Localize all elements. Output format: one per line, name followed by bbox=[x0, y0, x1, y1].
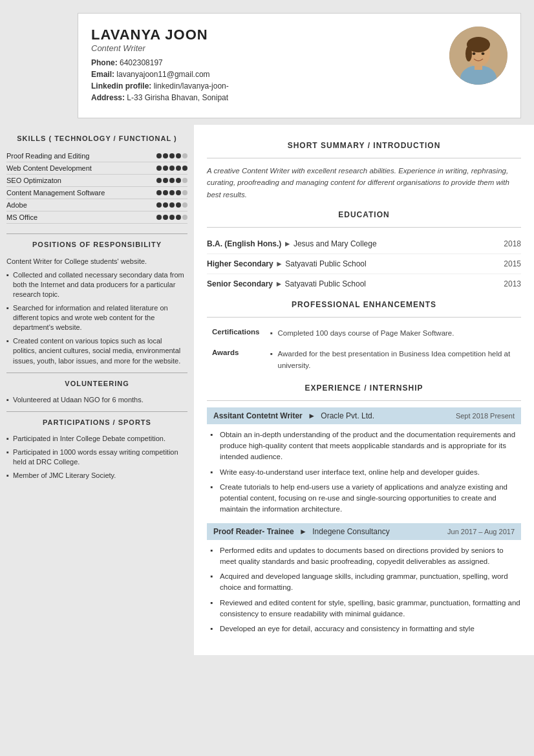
participations-bullets: Participated in Inter College Debate com… bbox=[6, 434, 187, 481]
exp-bullets: Performed edits and updates to documents… bbox=[207, 545, 521, 635]
skill-dot bbox=[163, 178, 168, 183]
summary-text: A creative Content Writer with excellent… bbox=[207, 165, 521, 200]
skill-dot bbox=[176, 215, 181, 220]
email-label: Email: bbox=[91, 70, 114, 79]
exp-bullet: Obtain an in-depth understanding of the … bbox=[210, 429, 521, 463]
candidate-name: LAVANYA JOON bbox=[91, 27, 229, 43]
exp-bullet: Performed edits and updates to documents… bbox=[210, 545, 521, 568]
education-left: B.A. (English Hons.) ► Jesus and Mary Co… bbox=[207, 239, 377, 248]
skill-row: Content Management Software bbox=[6, 187, 187, 199]
awards-label: Awards bbox=[207, 345, 265, 377]
skill-dots bbox=[156, 202, 187, 208]
header-info: LAVANYA JOON Content Writer Phone: 64023… bbox=[91, 27, 229, 105]
skill-dot bbox=[182, 166, 187, 171]
positions-content: Content Writer for College students' web… bbox=[6, 256, 187, 366]
skill-dots bbox=[156, 178, 187, 183]
positions-bullet: Collected and collated necessary seconda… bbox=[6, 270, 187, 300]
skill-row: Proof Reading and Editing bbox=[6, 150, 187, 162]
skill-name: Adobe bbox=[6, 201, 156, 209]
resume-page: LAVANYA JOON Content Writer Phone: 64023… bbox=[0, 0, 534, 756]
skill-dot bbox=[156, 190, 162, 195]
email-value: lavanyajoon11@gmail.com bbox=[116, 70, 209, 79]
header-section: LAVANYA JOON Content Writer Phone: 64023… bbox=[78, 13, 521, 118]
svg-point-7 bbox=[482, 52, 485, 55]
awards-item: Awarded for the best presentation in Bus… bbox=[270, 349, 517, 371]
skill-dot bbox=[182, 178, 187, 183]
skill-dots bbox=[156, 166, 187, 171]
positions-title: POSITIONS OF RESPONSIBILITY bbox=[6, 241, 187, 248]
summary-divider bbox=[207, 158, 521, 158]
certifications-label: Certifications bbox=[207, 324, 265, 345]
skill-dot bbox=[169, 215, 175, 220]
exp-bullet: Write easy-to-understand user interface … bbox=[210, 467, 521, 478]
certifications-content: Completed 100 days course of Page Maker … bbox=[265, 324, 522, 345]
skill-dot bbox=[176, 202, 181, 208]
skill-dot bbox=[163, 202, 168, 208]
participations-bullet: Participated in Inter College Debate com… bbox=[6, 434, 187, 444]
sidebar-divider-1 bbox=[6, 233, 187, 234]
education-left: Higher Secondary ► Satyavati Public Scho… bbox=[207, 259, 367, 268]
linkedin-value: linkedin/lavanya-joon- bbox=[154, 81, 229, 91]
exp-bullet: Developed an eye for detail, accuracy an… bbox=[210, 623, 521, 634]
exp-role: Assitant Contetnt Writer ► Oracle Pvt. L… bbox=[213, 411, 374, 420]
skill-dots bbox=[156, 153, 187, 158]
participations-bullet: Member of JMC Literary Society. bbox=[6, 471, 187, 481]
education-left: Senior Secondary ► Satyavati Public Scho… bbox=[207, 279, 366, 288]
skill-name: SEO Optimizaton bbox=[6, 177, 156, 184]
summary-title: SHORT SUMMARY / INTRODUCTION bbox=[207, 141, 521, 150]
skill-dot bbox=[156, 202, 162, 208]
exp-header: Proof Reader- Trainee ► Indegene Consult… bbox=[207, 523, 521, 540]
skill-dot bbox=[182, 153, 187, 158]
exp-bullets: Obtain an in-depth understanding of the … bbox=[207, 429, 521, 515]
education-year: 2015 bbox=[504, 259, 521, 268]
exp-period: Sept 2018 Present bbox=[456, 412, 515, 420]
participations-bullet: Participated in 1000 words essay writing… bbox=[6, 448, 187, 468]
skill-dots bbox=[156, 215, 187, 220]
skill-dot bbox=[169, 178, 175, 183]
education-row: B.A. (English Hons.) ► Jesus and Mary Co… bbox=[207, 234, 521, 254]
skill-dot bbox=[176, 190, 181, 195]
skill-dots bbox=[156, 190, 187, 195]
svg-point-6 bbox=[473, 52, 476, 55]
phone-line: Phone: 6402308197 bbox=[91, 58, 229, 67]
participations-content: Participated in Inter College Debate com… bbox=[6, 434, 187, 481]
skill-dot bbox=[163, 153, 168, 158]
certifications-row: Certifications Completed 100 days course… bbox=[207, 324, 521, 345]
positions-bullets: Collected and collated necessary seconda… bbox=[6, 270, 187, 367]
phone-value: 6402308197 bbox=[120, 58, 163, 67]
skill-dot bbox=[156, 178, 162, 183]
volunteering-bullet: Volunteered at Udaan NGO for 6 months. bbox=[6, 395, 187, 405]
education-year: 2013 bbox=[504, 279, 521, 288]
address-label: Address: bbox=[91, 93, 125, 102]
skill-dot bbox=[156, 215, 162, 220]
skill-name: Web Content Development bbox=[6, 164, 156, 172]
skill-row: MS Office bbox=[6, 211, 187, 224]
positions-bullet: Searched for information and related lit… bbox=[6, 303, 187, 333]
address-value: L-33 Girisha Bhavan, Sonipat bbox=[127, 93, 228, 102]
address-line: Address: L-33 Girisha Bhavan, Sonipat bbox=[91, 93, 229, 102]
sidebar-divider-3 bbox=[6, 411, 187, 412]
main-content: SHORT SUMMARY / INTRODUCTION A creative … bbox=[194, 125, 534, 655]
svg-point-5 bbox=[465, 46, 472, 61]
skill-dot bbox=[169, 190, 175, 195]
exp-header: Assitant Contetnt Writer ► Oracle Pvt. L… bbox=[207, 407, 521, 424]
candidate-title: Content Writer bbox=[91, 43, 229, 53]
education-year: 2018 bbox=[504, 239, 521, 248]
skill-dot bbox=[163, 215, 168, 220]
linkedin-line: Linkedin profile: linkedin/lavanya-joon- bbox=[91, 81, 229, 91]
pro-table: Certifications Completed 100 days course… bbox=[207, 324, 521, 377]
pro-title: PROFESSIONAL ENHANCEMENTS bbox=[207, 300, 521, 309]
volunteering-title: VOLUNTEERING bbox=[6, 380, 187, 387]
sidebar: SKILLS ( TECHNOLOGY / FUNCTIONAL ) Proof… bbox=[0, 125, 194, 655]
edu-divider bbox=[207, 227, 521, 228]
skill-dot bbox=[182, 190, 187, 195]
email-line: Email: lavanyajoon11@gmail.com bbox=[91, 70, 229, 79]
skill-dot bbox=[176, 166, 181, 171]
sidebar-divider-2 bbox=[6, 373, 187, 373]
education-row: Higher Secondary ► Satyavati Public Scho… bbox=[207, 254, 521, 274]
exp-bullet: Reviewed and edited content for style, s… bbox=[210, 598, 521, 620]
skill-dot bbox=[163, 166, 168, 171]
skills-table: Proof Reading and EditingWeb Content Dev… bbox=[6, 150, 187, 224]
skill-dot bbox=[182, 202, 187, 208]
volunteering-bullets: Volunteered at Udaan NGO for 6 months. bbox=[6, 395, 187, 405]
